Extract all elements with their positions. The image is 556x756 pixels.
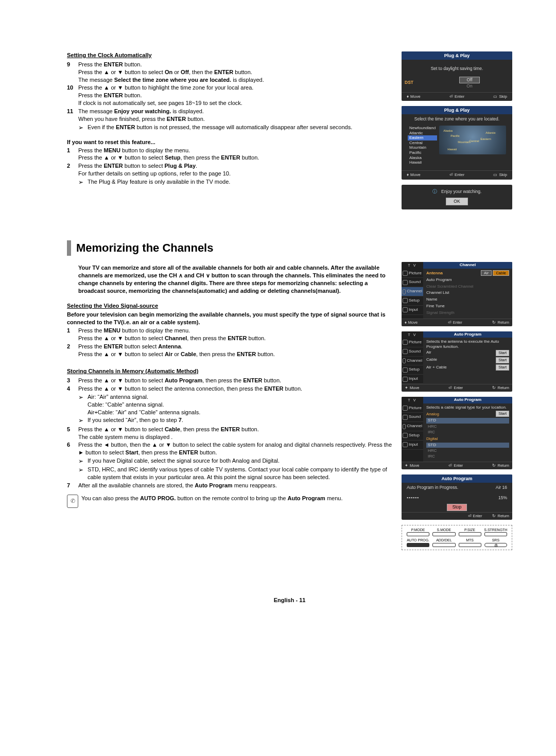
start-button[interactable]: Start [496, 364, 509, 371]
hrc-option[interactable]: HRC [426, 448, 509, 454]
tv-label: T V [402, 262, 423, 269]
hrc-option[interactable]: HRC [426, 424, 509, 430]
note-text: Even if the ENTER button is not pressed,… [88, 124, 392, 132]
text: button. [123, 61, 142, 67]
step-body: After all the available channels are sto… [78, 482, 392, 489]
tv-label: T V [402, 331, 423, 338]
tab-picture[interactable]: Picture [402, 269, 423, 278]
enter-hint: ⏎ Enter [448, 463, 463, 468]
tz-item[interactable]: Atlantic [408, 131, 437, 136]
tz-item-selected[interactable]: Eastern [408, 135, 437, 140]
remote-btn-srs: SRS ⦿ [483, 538, 509, 547]
tab-setup[interactable]: Setup [402, 431, 423, 441]
return-hint: ↻ Return [492, 463, 509, 468]
irc-option[interactable]: IRC [426, 430, 509, 435]
move-hint: ♦ Move [407, 94, 421, 100]
clock-heading: Setting the Clock Automatically [67, 51, 392, 59]
step-number: 6 [67, 441, 78, 456]
map-label: Hawaii [447, 147, 457, 151]
std-option[interactable]: STD [426, 418, 509, 424]
step-number: 3 [67, 377, 78, 384]
intro-text: Your TV can memorize and store all of th… [78, 264, 392, 294]
stop-button[interactable]: Stop [447, 504, 467, 511]
remote-btn-autoprog[interactable]: AUTO PROG. [405, 538, 431, 547]
tab-channel[interactable]: Channel [402, 357, 423, 366]
menu-item[interactable]: Name [426, 297, 437, 303]
tab-sound[interactable]: Sound [402, 413, 423, 422]
step-body: Press the MENU button to display the men… [78, 327, 392, 342]
tab-setup[interactable]: Setup [402, 365, 423, 375]
enter-hint: ⏎ Enter [449, 172, 464, 178]
tz-item[interactable]: Central [408, 140, 437, 146]
remote-btn-mts: MTS [457, 538, 483, 547]
std-option[interactable]: STD [426, 443, 509, 448]
menu-item[interactable]: Auto Program [426, 277, 451, 283]
reset-step-2: 2 Press the ENTER button to select Plug … [67, 162, 392, 178]
tab-channel[interactable]: Channel [402, 287, 423, 296]
setup-icon [403, 298, 408, 303]
step-body: Press the ▲ or ▼ button to select Auto P… [78, 377, 392, 384]
tab-input[interactable]: Input [402, 375, 423, 384]
analog-label: Analog [426, 412, 439, 417]
arrow-icon: ➢ [78, 416, 88, 425]
step-9: 9 Press the ENTER button. Press the ▲ or… [67, 61, 392, 84]
text: When you have finished, press the [78, 116, 167, 122]
timezone-list[interactable]: Newfoundland Atlantic Eastern Central Mo… [408, 126, 437, 165]
osd-message: Selects a cable signal type for your loc… [426, 405, 509, 410]
start-button[interactable]: Start [496, 411, 509, 417]
cable-option[interactable]: Cable [493, 270, 509, 276]
s1-step-2: 2 Press the ENTER button select Antenna.… [67, 343, 392, 358]
air-row[interactable]: Air [426, 350, 431, 356]
menu-title: Auto Program [423, 331, 512, 338]
move-hint: ✦ Move [405, 463, 419, 468]
irc-option[interactable]: IRC [426, 454, 509, 460]
dst-on-option[interactable]: On [459, 83, 480, 89]
ok-button[interactable]: OK [446, 198, 467, 205]
page-main: Setting the Clock Automatically 9 Press … [67, 51, 512, 209]
dst-off-option[interactable]: Off [459, 77, 480, 83]
step-body: Press the ▲ or ▼ button to select the an… [78, 385, 392, 393]
step-body: Press the ◄ button, then the ▲ or ▼ butt… [78, 441, 392, 456]
text: or [172, 69, 181, 75]
start-button[interactable]: Start [496, 350, 509, 356]
note-arrow: ➢ Even if the ENTER button is not presse… [78, 124, 392, 132]
text: button to select [123, 163, 165, 169]
tz-item[interactable]: Alaska [408, 155, 437, 161]
move-hint: ♦ Move [405, 320, 418, 325]
tz-item[interactable]: Pacific [408, 150, 437, 155]
tz-item[interactable]: Newfoundland [408, 126, 437, 131]
info-icon: ⓘ [432, 189, 437, 194]
tab-setup[interactable]: Setup [402, 296, 423, 306]
return-hint: ↻ Return [492, 385, 509, 391]
right-column-top: Plug & Play Set to daylight saving time.… [402, 51, 512, 209]
osd-message: Enjoy your watching. [441, 189, 481, 194]
step-11: 11 The message Enjoy your watching. is d… [67, 108, 392, 123]
start-button[interactable]: Start [496, 357, 509, 363]
menu-tabs: T V Picture Sound Channel Setup Input [402, 397, 423, 462]
tz-item[interactable]: Hawaii [408, 160, 437, 165]
menu-item[interactable]: Channel List [426, 290, 449, 296]
text-bold: Plug & Play [165, 163, 196, 169]
tz-item[interactable]: Mountain [408, 145, 437, 150]
text: button. [186, 116, 205, 122]
tab-picture[interactable]: Picture [402, 338, 423, 347]
remote-strip: P.MODE S.MODE P.SIZE S.STRENGTH AUTO PRO… [402, 525, 512, 550]
tab-sound[interactable]: Sound [402, 278, 423, 287]
air-option[interactable]: Air [481, 270, 492, 276]
text-bold: ENTER [214, 69, 233, 75]
tab-input[interactable]: Input [402, 441, 423, 450]
note-text: STD, HRC, and IRC identify various types… [88, 466, 392, 481]
menu-item[interactable]: Fine Tune [426, 304, 445, 309]
cable-row[interactable]: Cable [426, 357, 437, 363]
tab-channel[interactable]: Channel [402, 422, 423, 431]
step-number: 1 [67, 147, 78, 162]
antenna-label: Antenna [426, 271, 443, 276]
aircable-row[interactable]: Air + Cable [426, 365, 447, 371]
remote-btn-adddel: ADD/DEL [431, 538, 457, 547]
tab-picture[interactable]: Picture [402, 404, 423, 413]
text: is displayed. [171, 108, 204, 114]
osd-enjoy: ⓘ Enjoy your watching. OK [402, 185, 512, 210]
note-arrow: ➢ Air: “Air” antenna signal. Cable: “Cab… [78, 393, 392, 416]
tab-sound[interactable]: Sound [402, 347, 423, 357]
tab-input[interactable]: Input [402, 306, 423, 315]
